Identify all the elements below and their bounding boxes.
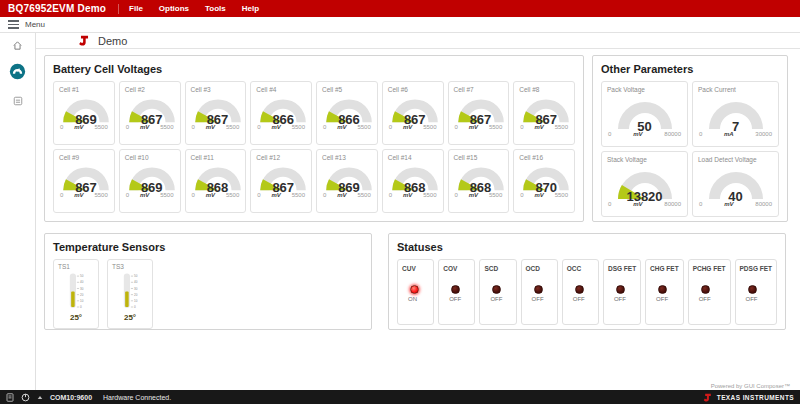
parameter-gauge-card: Stack Voltage 13820 0 mV 80000 — [601, 151, 688, 217]
parameter-value: 50 — [613, 120, 677, 133]
status-state: OFF — [746, 296, 773, 302]
brand-name: Texas Instruments — [717, 394, 794, 401]
voltage-gauge: 867 — [59, 164, 113, 191]
cell-label: Cell #10 — [125, 154, 175, 161]
cell-label: Cell #14 — [388, 154, 438, 161]
voltage-gauge: 867 — [191, 96, 245, 123]
sidebar-item-registers[interactable] — [13, 96, 23, 106]
cell-voltage-value: 868 — [454, 181, 508, 194]
sidebar-item-home[interactable] — [12, 40, 23, 51]
status-card: PCHG FET OFF — [688, 259, 731, 325]
ti-logo-icon — [703, 393, 713, 402]
thermometer-icon: 50403020100 — [115, 271, 145, 313]
statuses-panel: Statuses CUV ON COV OFF — [388, 233, 786, 330]
status-card: DSG FET OFF — [603, 259, 641, 325]
sensor-label: TS3 — [112, 263, 148, 270]
cell-voltage-value: 869 — [59, 113, 113, 126]
cell-label: Cell #7 — [454, 86, 504, 93]
menubar-item[interactable]: Options — [159, 4, 189, 13]
caret-icon[interactable] — [37, 395, 43, 400]
gauge-min: 0 — [699, 201, 702, 207]
connection-status-bar: COM10:9600 Hardware Connected. Texas Ins… — [0, 390, 800, 404]
cell-voltage-value: 867 — [59, 181, 113, 194]
parameter-label: Load Detect Voltage — [698, 156, 773, 163]
parameter-gauge-grid: Pack Voltage 50 0 mV 80000 — [601, 81, 779, 217]
status-label: COV — [443, 265, 470, 272]
cell-label: Cell #9 — [59, 154, 109, 161]
status-row: CUV ON COV OFF SCD OFF — [397, 259, 777, 325]
parameter-gauge-card: Pack Current 7 0 mA 30000 — [692, 81, 779, 147]
status-led-icon — [451, 285, 460, 294]
cell-voltage-value: 867 — [191, 113, 245, 126]
status-state: OFF — [449, 296, 470, 302]
app-menubar: File Options Tools Help — [129, 4, 275, 13]
status-card: OCD OFF — [521, 259, 558, 325]
menubar-item[interactable]: Help — [242, 4, 259, 13]
cell-voltage-card: Cell #6 867 0 mV 5500 — [382, 81, 444, 145]
status-state: OFF — [490, 296, 511, 302]
menubar-item[interactable]: Tools — [205, 4, 226, 13]
cell-voltage-value: 867 — [256, 181, 310, 194]
status-led-icon — [616, 285, 625, 294]
cell-voltage-card: Cell #16 870 0 mV 5500 — [513, 149, 575, 213]
voltage-gauge: 867 — [125, 96, 179, 123]
svg-text:10: 10 — [80, 299, 84, 303]
voltage-gauge: 867 — [388, 96, 442, 123]
status-led-icon — [748, 285, 757, 294]
sidebar-item-demo[interactable] — [9, 63, 26, 80]
page-title: Demo — [98, 35, 127, 47]
voltage-gauge: 869 — [59, 96, 113, 123]
status-label: PCHG FET — [693, 265, 726, 272]
status-state: OFF — [614, 296, 636, 302]
app-header: BQ76952EVM Demo File Options Tools Help — [0, 0, 800, 17]
cell-label: Cell #15 — [454, 154, 504, 161]
home-icon — [12, 40, 23, 51]
voltage-gauge: 866 — [256, 96, 310, 123]
parameter-gauge-card: Load Detect Voltage 40 0 mV 80000 — [692, 151, 779, 217]
thermometer-icon: 50403020100 — [61, 271, 91, 313]
voltage-gauge: 867 — [256, 164, 310, 191]
cell-voltage-value: 869 — [125, 181, 179, 194]
status-led-icon — [658, 285, 667, 294]
status-led-icon — [492, 285, 501, 294]
other-parameters-panel: Other Parameters Pack Voltage 50 — [592, 55, 788, 222]
cell-voltage-value: 866 — [256, 113, 310, 126]
status-card: CHG FET OFF — [645, 259, 684, 325]
parameter-gauge: 50 — [613, 98, 677, 130]
status-card: SCD OFF — [479, 259, 516, 325]
cell-label: Cell #5 — [322, 86, 372, 93]
status-state: OFF — [699, 296, 726, 302]
main-content: Demo Battery Cell Voltages Cell #1 869 — [36, 33, 800, 390]
com-port-label: COM10:9600 — [50, 394, 92, 401]
cell-voltage-card: Cell #2 867 0 mV 5500 — [119, 81, 181, 145]
voltage-gauge: 869 — [322, 164, 376, 191]
menubar-item[interactable]: File — [129, 4, 143, 13]
voltage-gauge: 869 — [125, 164, 179, 191]
log-icon[interactable] — [6, 393, 14, 402]
connection-toggle-icon[interactable] — [21, 393, 30, 402]
ti-branding: Texas Instruments — [703, 393, 794, 402]
cell-voltage-value: 868 — [191, 181, 245, 194]
status-label: CUV — [402, 265, 429, 272]
parameter-value: 7 — [704, 120, 768, 133]
cell-voltage-value: 867 — [388, 113, 442, 126]
demo-gauge-icon — [9, 63, 26, 80]
cell-voltage-value: 867 — [125, 113, 179, 126]
status-state: OFF — [532, 296, 553, 302]
status-led-icon — [701, 285, 710, 294]
hamburger-icon[interactable] — [8, 18, 19, 31]
temperature-sensor-card: TS1 50403020100 25° — [53, 259, 99, 329]
powered-by-label: Powered by GUI Composer™ — [711, 383, 790, 389]
status-led-icon — [534, 285, 543, 294]
cell-voltage-card: Cell #9 867 0 mV 5500 — [53, 149, 115, 213]
voltage-gauge: 868 — [454, 164, 508, 191]
menu-toggle-label[interactable]: Menu — [25, 20, 45, 29]
cell-label: Cell #12 — [256, 154, 306, 161]
status-panel-title: Statuses — [397, 241, 777, 253]
svg-text:50: 50 — [80, 274, 84, 278]
parameter-label: Pack Voltage — [607, 86, 682, 93]
cell-voltage-value: 868 — [388, 181, 442, 194]
cell-voltage-card: Cell #11 868 0 mV 5500 — [185, 149, 247, 213]
cell-voltage-card: Cell #13 869 0 mV 5500 — [316, 149, 378, 213]
app-title: BQ76952EVM Demo — [8, 3, 106, 14]
